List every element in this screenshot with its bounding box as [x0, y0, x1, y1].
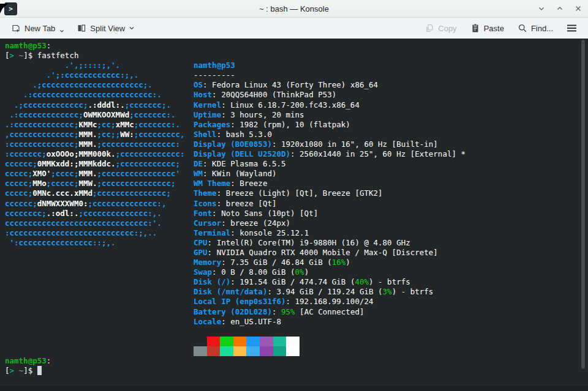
- terminal-line: .:ccccccccccccc;OWMKOOXMWd;ccccccc:.Upti…: [5, 110, 588, 120]
- terminal-line: cccccc;0MMKxdd:;MMMkddc.;cccccccccccc;DE…: [5, 159, 588, 169]
- terminal-line: Disk (/): 191.54 GiB / 474.74 GiB (40%) …: [5, 277, 588, 287]
- minimize-button[interactable]: [537, 4, 546, 13]
- terminal-line: .:cccccccccccccccccccccccccc:.Host: 20QQ…: [5, 90, 588, 100]
- toolbar-right-group: Copy Paste Find...: [420, 21, 582, 35]
- terminal-line: namth@p53:: [5, 356, 588, 366]
- terminal-line: ,cccccccccccccc;MMM.;cc;;WW:;ccccccccc,S…: [5, 130, 588, 140]
- new-tab-label: New Tab: [24, 24, 55, 33]
- terminal-line: .:ccccccccccccc;KMMc;cc;xMMc;ccccccc:.Pa…: [5, 120, 588, 130]
- toolbar: New Tab Split View Copy: [0, 18, 588, 39]
- palette-swatch: [207, 337, 221, 346]
- split-view-label: Split View: [90, 24, 125, 33]
- close-button[interactable]: [573, 4, 583, 13]
- window-bottom-edge: [0, 386, 588, 391]
- terminal-line: Battery (02DL028): 95% [AC Connected]: [5, 307, 588, 317]
- palette-swatch: [286, 346, 300, 356]
- palette-swatch: [260, 346, 273, 356]
- palette-swatch: [286, 337, 300, 346]
- terminal-line: Locale: en_US.UTF-8: [5, 317, 588, 327]
- hamburger-icon: [567, 24, 577, 32]
- terminal-line: [5, 337, 588, 346]
- terminal-line: namth@p53:: [5, 41, 588, 51]
- terminal-rows: namth@p53:[> ~]$ fastfetch .',;::::;,'.n…: [5, 41, 588, 376]
- terminal-line: ccccc;XMO';cccc;MMM.;cccccccccccccccc'WM…: [5, 169, 588, 179]
- palette-swatch: [260, 337, 273, 346]
- palette-swatch: [246, 346, 260, 356]
- palette-swatch: [246, 337, 260, 346]
- chevron-up-icon: [556, 5, 564, 12]
- terminal-line: cccccc;dNMWXXXWM0:;cccccccccccccc:,Icons…: [5, 199, 588, 209]
- terminal-line: ':cccccccccccccccc::;,.CPU: Intel(R) Cor…: [5, 238, 588, 248]
- menu-button[interactable]: [562, 21, 582, 35]
- terminal-line: Local IP (enp0s31f6): 192.168.99.100/24: [5, 297, 588, 307]
- new-tab-icon: [11, 23, 21, 33]
- terminal-line: :ccccccccccccccccccccccccccc:;,..Termina…: [5, 228, 588, 238]
- paste-label: Paste: [484, 24, 504, 33]
- terminal-line: :ccccccc;oxOOOo;MMM000k.;ccccccccccccc:D…: [5, 149, 588, 159]
- close-icon: [575, 5, 582, 12]
- window-title: ~ : bash — Konsole: [0, 4, 588, 13]
- terminal-line: .;ccccccccccccc;.:dddl:.;ccccccc;.Kernel…: [5, 100, 588, 110]
- konsole-icon-glyph: >: [9, 5, 13, 13]
- split-view-dropdown-caret-icon: [129, 26, 135, 31]
- split-view-button[interactable]: Split View: [72, 21, 140, 35]
- terminal-line: :cccccccccccccc;MMM.;cccccccccccccccc:Di…: [5, 140, 588, 149]
- chevron-down-icon: [538, 5, 545, 12]
- terminal-line: .';:cccccccccccc:;,.---------: [5, 70, 588, 80]
- palette-swatch: [233, 337, 247, 346]
- paste-icon: [470, 23, 480, 33]
- terminal-line: [5, 346, 588, 356]
- new-tab-button[interactable]: New Tab: [6, 21, 69, 35]
- copy-icon: [424, 23, 434, 33]
- paste-button[interactable]: Paste: [466, 21, 509, 35]
- window-controls: [537, 0, 583, 17]
- terminal-line: Disk (/mnt/data): 3.94 GiB / 119.24 GiB …: [5, 287, 588, 297]
- find-label: Find...: [531, 24, 553, 33]
- titlebar[interactable]: > ~ : bash — Konsole: [0, 0, 588, 18]
- search-icon: [518, 23, 527, 33]
- split-view-icon: [77, 23, 86, 33]
- palette-swatch: [273, 337, 287, 346]
- maximize-button[interactable]: [555, 4, 565, 13]
- terminal-line: ccccc;0MNc.ccc.xMMd;ccccccccccccccc;Them…: [5, 188, 588, 198]
- palette-swatch: [220, 337, 233, 346]
- terminal-line: .',;::::;,'.namth@p53: [5, 61, 588, 70]
- copy-button[interactable]: Copy: [420, 21, 461, 35]
- mouse-cursor: [0, 4, 8, 13]
- terminal-line: ccccc;MMo;ccccc;MMW.;ccccccccccccccc;WM …: [5, 179, 588, 188]
- find-button[interactable]: Find...: [513, 21, 558, 35]
- terminal-line: [> ~]$ fastfetch: [5, 51, 588, 61]
- palette-swatch: [207, 346, 221, 356]
- palette-swatch: [233, 346, 247, 356]
- palette-swatch: [194, 337, 207, 346]
- terminal-area[interactable]: namth@p53:[> ~]$ fastfetch .',;::::;,'.n…: [0, 39, 588, 391]
- copy-label: Copy: [438, 24, 456, 33]
- terminal-line: Memory: 7.35 GiB / 46.84 GiB (16%): [5, 258, 588, 267]
- konsole-window: > ~ : bash — Konsole New Tab: [0, 0, 588, 391]
- terminal-line: Swap: 0 B / 8.00 GiB (0%): [5, 267, 588, 277]
- terminal-line: [> ~]$: [5, 366, 588, 376]
- palette-swatch: [273, 346, 287, 356]
- new-tab-dropdown-caret-icon: [59, 29, 64, 33]
- terminal-line: GPU: NVIDIA Quadro RTX 4000 Mobile / Max…: [5, 248, 588, 258]
- terminal-line: .;cccccccccccccccccccccc;.OS: Fedora Lin…: [5, 80, 588, 90]
- scrollbar-thumb[interactable]: [581, 40, 585, 369]
- palette-swatch: [194, 346, 207, 356]
- palette-swatch: [220, 346, 233, 356]
- terminal-line: cccccccc;.:odl:.;cccccccccccccc:,.Font: …: [5, 209, 588, 218]
- terminal-line: [5, 327, 588, 337]
- terminal-line: ccccccccccccccccccccccccccccccc:'.Cursor…: [5, 218, 588, 228]
